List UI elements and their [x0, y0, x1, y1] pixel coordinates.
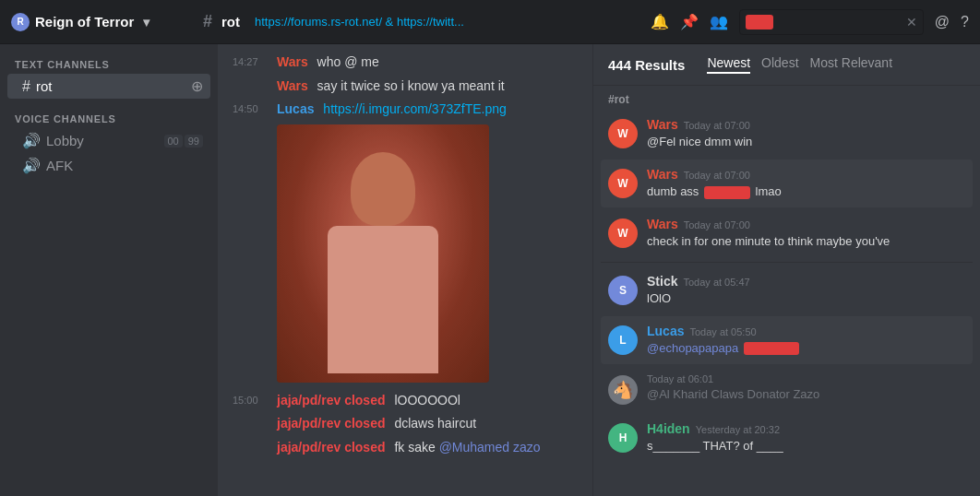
list-item[interactable]: L Lucas Today at 05:50 @echopapapapa: [601, 316, 973, 364]
result-time: Today at 07:00: [684, 219, 750, 230]
top-bar: R Reign of Terror ▾ # rot https://forums…: [0, 0, 980, 44]
search-input[interactable]: [777, 15, 906, 29]
sort-newest[interactable]: Newest: [707, 55, 750, 74]
members-icon[interactable]: 👥: [710, 13, 728, 30]
image-overlay: [277, 124, 489, 383]
result-header: Stick Today at 05:47: [647, 274, 965, 289]
msg-author: jaja/pd/rev closed: [277, 393, 386, 407]
table-row: 14:27 Wars who @ me: [233, 52, 578, 74]
table-row: 14:50 Lucas https://i.imgur.com/373ZfTE.…: [233, 99, 578, 121]
redacted-text: [744, 342, 799, 355]
msg-author: jaja/pd/rev closed: [277, 440, 386, 455]
result-time: Today at 07:00: [684, 120, 750, 131]
sort-oldest[interactable]: Oldest: [761, 55, 798, 74]
list-item[interactable]: 🐴 Today at 06:01 @Al Kharid Claws Donato…: [601, 366, 973, 412]
image-embed: [277, 124, 489, 383]
chevron-down-icon[interactable]: ▾: [143, 15, 149, 30]
avatar: L: [608, 325, 638, 355]
msg-content: jaja/pd/rev closed fk sake @Muhamed zazo: [277, 439, 578, 457]
search-panel: 444 Results Newest Oldest Most Relevant …: [592, 44, 980, 496]
msg-text: dclaws haircut: [394, 416, 476, 431]
server-name-container[interactable]: R Reign of Terror ▾: [11, 13, 196, 31]
result-body: Wars Today at 07:00 dumb ass lmao: [647, 167, 965, 200]
redacted-text: [704, 186, 750, 199]
add-member-icon[interactable]: ⊕: [191, 77, 203, 95]
result-body: Today at 06:01 @Al Kharid Claws Donator …: [647, 373, 965, 403]
result-author: H4iden: [647, 421, 690, 436]
avatar: S: [608, 276, 638, 305]
pin-icon[interactable]: 📌: [680, 13, 699, 30]
result-time: Today at 06:01: [647, 373, 713, 384]
sidebar-item-lobby[interactable]: 🔊 Lobby 00 99: [7, 128, 210, 153]
mention: @Muhamed zazo: [439, 440, 541, 455]
search-results: W Wars Today at 07:00 @Fel nice dmm win …: [593, 110, 980, 496]
bell-icon[interactable]: 🔔: [651, 13, 669, 30]
result-header: Wars Today at 07:00: [647, 117, 965, 132]
divider: [601, 262, 973, 263]
hash-icon: #: [22, 78, 30, 95]
help-icon[interactable]: ?: [961, 14, 969, 30]
table-row: 15:00 jaja/pd/rev closed lOOOOOOl: [233, 390, 578, 412]
search-redacted: [746, 15, 773, 30]
result-body: Wars Today at 07:00 @Fel nice dmm win: [647, 117, 965, 150]
messages-list: 14:27 Wars who @ me Wars say it twice so…: [218, 44, 592, 496]
table-row: Wars say it twice so i know ya meant it: [233, 76, 578, 98]
table-row: jaja/pd/rev closed fk sake @Muhamed zazo: [233, 437, 578, 459]
result-author: Lucas: [647, 324, 684, 338]
search-panel-header: 444 Results Newest Oldest Most Relevant: [593, 44, 980, 86]
result-time: Today at 05:47: [683, 277, 749, 288]
text-channels-header[interactable]: TEXT CHANNELS: [0, 44, 218, 74]
msg-text: who @ me: [317, 54, 379, 69]
afk-label: AFK: [46, 158, 73, 173]
msg-time: 14:50: [233, 103, 269, 114]
result-time: Today at 07:00: [684, 170, 750, 181]
search-clear-icon[interactable]: ✕: [906, 15, 917, 30]
result-body: H4iden Yesterday at 20:32 s_______ THAT?…: [647, 421, 965, 455]
result-author: Wars: [647, 217, 678, 231]
sort-relevant[interactable]: Most Relevant: [810, 55, 892, 74]
result-text: @Fel nice dmm win: [647, 134, 965, 150]
search-channel-label: #rot: [593, 86, 980, 110]
msg-content: jaja/pd/rev closed lOOOOOOl: [277, 392, 578, 410]
list-item[interactable]: W Wars Today at 07:00 @Fel nice dmm win: [601, 110, 973, 158]
avatar: W: [608, 169, 638, 198]
list-item[interactable]: H H4iden Yesterday at 20:32 s_______ THA…: [601, 414, 973, 462]
main-layout: TEXT CHANNELS # rot ⊕ VOICE CHANNELS 🔊 L…: [0, 44, 980, 496]
result-count: 444 Results: [608, 57, 685, 73]
msg-text: fk sake: [394, 440, 438, 455]
channel-hash-icon: #: [203, 12, 212, 31]
lobby-count-b: 99: [185, 135, 203, 148]
search-box[interactable]: ✕: [739, 9, 924, 35]
sidebar-item-rot[interactable]: # rot ⊕: [7, 74, 210, 99]
result-body: Wars Today at 07:00 check in for one min…: [647, 217, 965, 250]
result-header: Today at 06:01: [647, 373, 965, 384]
list-item[interactable]: S Stick Today at 05:47 lOlO: [601, 266, 973, 314]
image-person: [277, 124, 489, 383]
result-text: dumb ass lmao: [647, 183, 965, 200]
lobby-count-a: 00: [164, 135, 183, 148]
sidebar-item-afk[interactable]: 🔊 AFK: [7, 153, 210, 178]
msg-content: Wars who @ me: [277, 53, 578, 72]
at-icon[interactable]: @: [935, 14, 950, 30]
result-text: @Al Kharid Claws Donator Zazo: [647, 386, 965, 403]
speaker-icon: 🔊: [22, 132, 41, 149]
avatar: H: [608, 423, 638, 453]
list-item[interactable]: W Wars Today at 07:00 dumb ass lmao: [601, 159, 973, 207]
channel-name-top: rot: [221, 14, 240, 30]
msg-content: jaja/pd/rev closed dclaws haircut: [277, 415, 578, 433]
table-row: jaja/pd/rev closed dclaws haircut: [233, 413, 578, 435]
text-channel-name: rot: [36, 78, 53, 94]
server-icon: R: [11, 13, 30, 31]
msg-text: say it twice so i know ya meant it: [317, 78, 505, 93]
result-text: lOlO: [647, 290, 965, 307]
result-header: Lucas Today at 05:50: [647, 324, 965, 338]
msg-author: jaja/pd/rev closed: [277, 416, 386, 431]
channel-links[interactable]: https://forums.rs-rot.net/ & https://twi…: [255, 15, 464, 29]
list-item[interactable]: W Wars Today at 07:00 check in for one m…: [601, 209, 973, 257]
chat-area: 14:27 Wars who @ me Wars say it twice so…: [218, 44, 592, 496]
result-body: Lucas Today at 05:50 @echopapapapa: [647, 324, 965, 357]
voice-channels-header[interactable]: VOICE CHANNELS: [0, 99, 218, 128]
result-header: H4iden Yesterday at 20:32: [647, 421, 965, 436]
avatar: 🐴: [608, 375, 638, 405]
image-link[interactable]: https://i.imgur.com/373ZfTE.png: [323, 101, 506, 116]
